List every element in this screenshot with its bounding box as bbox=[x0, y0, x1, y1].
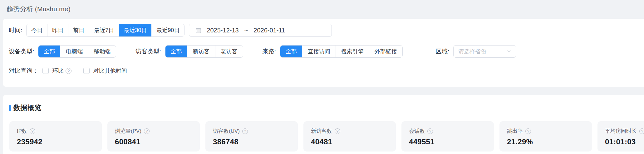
device-option-1[interactable]: 全部 bbox=[38, 46, 60, 57]
metric-label-row: 跳出率 bbox=[507, 128, 584, 135]
compare-ring-ratio-option[interactable]: 环比 bbox=[42, 67, 71, 75]
visitor-type-label: 访客类型: bbox=[135, 47, 161, 55]
help-icon[interactable] bbox=[30, 128, 35, 134]
device-type-filter: 设备类型: 全部电脑端移动端 bbox=[9, 45, 116, 58]
source-option-4[interactable]: 外部链接 bbox=[369, 46, 402, 57]
metric-label-row: 会话数 bbox=[409, 128, 486, 135]
compare-other-time-option[interactable]: 对比其他时间 bbox=[83, 67, 129, 75]
metric-value: 386748 bbox=[213, 137, 290, 146]
date-range-start: 2025-12-13 bbox=[207, 27, 238, 34]
chevron-down-icon bbox=[507, 49, 511, 55]
metric-value: 40481 bbox=[311, 137, 388, 146]
time-option-3[interactable]: 前日 bbox=[68, 24, 89, 36]
metric-label-row: 浏览量(PV) bbox=[115, 128, 192, 135]
checkbox-icon[interactable] bbox=[83, 68, 90, 74]
metric-card: 平均访问时长 01:01:03 bbox=[597, 121, 644, 152]
visitor-option-1[interactable]: 全部 bbox=[165, 46, 187, 57]
source-label: 来路: bbox=[263, 47, 276, 55]
metric-value: 01:01:03 bbox=[605, 137, 644, 146]
visitor-option-2[interactable]: 新访客 bbox=[187, 46, 215, 57]
time-range-group: 今日昨日前日最近7日最近30日最近90日 bbox=[26, 24, 184, 37]
help-icon[interactable] bbox=[525, 128, 531, 134]
source-filter: 来路: 全部直接访问搜索引擎外部链接 bbox=[263, 45, 403, 58]
metric-card: IP数 235942 bbox=[9, 121, 102, 152]
date-range-picker[interactable]: 2025-12-13 ~ 2026-01-11 bbox=[189, 24, 332, 37]
help-icon[interactable] bbox=[144, 128, 150, 134]
help-icon[interactable] bbox=[242, 128, 248, 134]
metrics-row: IP数 235942 浏览量(PV) 600841 访客数(UV) 386748… bbox=[9, 121, 644, 152]
source-option-2[interactable]: 直接访问 bbox=[302, 46, 336, 57]
time-filter-row: 时间: 今日昨日前日最近7日最近30日最近90日 2025-12-13 ~ 20… bbox=[9, 24, 642, 37]
region-select[interactable]: 请选择省份 bbox=[453, 45, 516, 58]
visitor-option-3[interactable]: 老访客 bbox=[215, 46, 243, 57]
metric-label: IP数 bbox=[17, 128, 27, 135]
time-option-6[interactable]: 最近90日 bbox=[151, 24, 184, 36]
metric-label: 平均访问时长 bbox=[605, 128, 637, 135]
calendar-icon bbox=[195, 27, 202, 34]
compare-other-time-label: 对比其他时间 bbox=[93, 67, 127, 75]
visitor-type-filter: 访客类型: 全部新访客老访客 bbox=[135, 45, 243, 58]
device-option-3[interactable]: 移动端 bbox=[88, 46, 116, 57]
visitor-type-group: 全部新访客老访客 bbox=[165, 45, 243, 58]
metric-value: 600841 bbox=[115, 137, 192, 146]
time-filter-label: 时间: bbox=[9, 26, 22, 34]
checkbox-icon[interactable] bbox=[42, 68, 49, 74]
metric-label: 访客数(UV) bbox=[213, 128, 240, 135]
section-header: 数据概览 bbox=[9, 103, 644, 113]
region-label: 区域: bbox=[436, 47, 449, 55]
compare-label: 对比查询： bbox=[9, 67, 38, 75]
page-title: 趋势分析 (Mushu.me) bbox=[0, 0, 644, 19]
time-option-2[interactable]: 昨日 bbox=[47, 24, 68, 36]
section-accent-bar bbox=[9, 105, 11, 111]
metric-label: 跳出率 bbox=[507, 128, 523, 135]
date-range-end: 2026-01-11 bbox=[253, 27, 285, 34]
metric-label: 浏览量(PV) bbox=[115, 128, 141, 135]
time-option-4[interactable]: 最近7日 bbox=[89, 24, 119, 36]
help-icon[interactable] bbox=[639, 128, 644, 134]
dimension-filter-row: 设备类型: 全部电脑端移动端 访客类型: 全部新访客老访客 来路: 全部直接访问… bbox=[9, 45, 642, 58]
region-select-placeholder: 请选择省份 bbox=[458, 48, 486, 55]
metric-label-row: 访客数(UV) bbox=[213, 128, 290, 135]
time-option-5[interactable]: 最近30日 bbox=[119, 24, 151, 36]
section-title: 数据概览 bbox=[13, 103, 42, 113]
help-icon[interactable] bbox=[66, 68, 71, 74]
compare-ring-ratio-label: 环比 bbox=[52, 67, 64, 75]
metric-card: 会话数 449551 bbox=[401, 121, 494, 152]
metric-label: 新访客数 bbox=[311, 128, 332, 135]
help-icon[interactable] bbox=[427, 128, 433, 134]
source-option-1[interactable]: 全部 bbox=[280, 46, 302, 57]
overview-panel: 数据概览 IP数 235942 浏览量(PV) 600841 访客数(UV) 3… bbox=[3, 95, 644, 154]
filter-panel: 时间: 今日昨日前日最近7日最近30日最近90日 2025-12-13 ~ 20… bbox=[3, 19, 644, 87]
metric-label-row: 新访客数 bbox=[311, 128, 388, 135]
device-type-label: 设备类型: bbox=[9, 47, 34, 55]
page: 趋势分析 (Mushu.me) 时间: 今日昨日前日最近7日最近30日最近90日… bbox=[0, 0, 644, 154]
source-group: 全部直接访问搜索引擎外部链接 bbox=[280, 45, 403, 58]
metric-card: 跳出率 21.29% bbox=[499, 121, 592, 152]
compare-filter-row: 对比查询： 环比 对比其他时间 bbox=[9, 67, 642, 75]
device-option-2[interactable]: 电脑端 bbox=[60, 46, 88, 57]
metric-card: 访客数(UV) 386748 bbox=[205, 121, 298, 152]
help-icon[interactable] bbox=[335, 128, 340, 134]
metric-value: 21.29% bbox=[507, 137, 584, 146]
source-option-3[interactable]: 搜索引擎 bbox=[336, 46, 369, 57]
time-option-1[interactable]: 今日 bbox=[27, 24, 47, 36]
device-type-group: 全部电脑端移动端 bbox=[38, 45, 116, 58]
metric-value: 449551 bbox=[409, 137, 486, 146]
metric-card: 新访客数 40481 bbox=[303, 121, 396, 152]
date-range-separator: ~ bbox=[244, 27, 248, 34]
metric-card: 浏览量(PV) 600841 bbox=[107, 121, 200, 152]
region-filter: 区域: 请选择省份 bbox=[436, 45, 516, 58]
metric-label-row: IP数 bbox=[17, 128, 94, 135]
metric-label-row: 平均访问时长 bbox=[605, 128, 644, 135]
metric-value: 235942 bbox=[17, 137, 94, 146]
metric-label: 会话数 bbox=[409, 128, 425, 135]
